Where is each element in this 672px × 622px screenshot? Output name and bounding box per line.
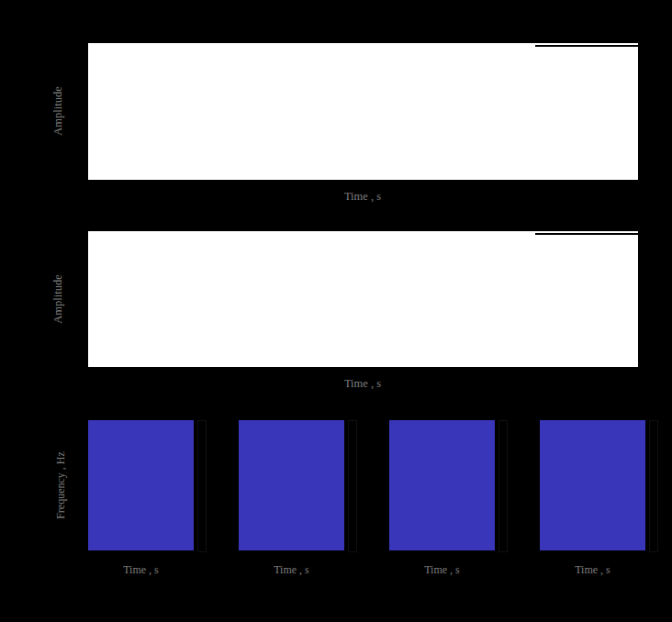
denoising-comparison-chart — [88, 43, 638, 180]
colorbar — [197, 420, 207, 552]
x-axis-label: Time , s — [424, 563, 460, 577]
x-axis-label: Time , s — [123, 563, 159, 577]
x-axis-label: Time , s — [344, 190, 381, 204]
x-axis-label: Time , s — [575, 563, 610, 577]
legend — [535, 45, 640, 47]
noise-comparison-chart — [88, 231, 638, 367]
scalogram-noisy — [239, 420, 344, 550]
x-axis-label: Time , s — [274, 563, 309, 577]
x-axis-label: Time , s — [344, 377, 381, 391]
y-axis-label: Amplitude — [51, 86, 65, 135]
y-axis-label: Frequency , Hz — [54, 451, 68, 519]
scalogram-clean — [88, 420, 194, 550]
y-axis-label: Amplitude — [51, 274, 65, 323]
colorbar — [498, 420, 508, 552]
figure: Amplitude Time , s Amplitude Time , s Fr… — [0, 0, 672, 622]
legend — [535, 233, 640, 235]
colorbar — [348, 420, 357, 552]
colorbar — [649, 420, 658, 552]
scalogram-removed-noise — [540, 420, 645, 550]
scalogram-denoised — [389, 420, 495, 550]
